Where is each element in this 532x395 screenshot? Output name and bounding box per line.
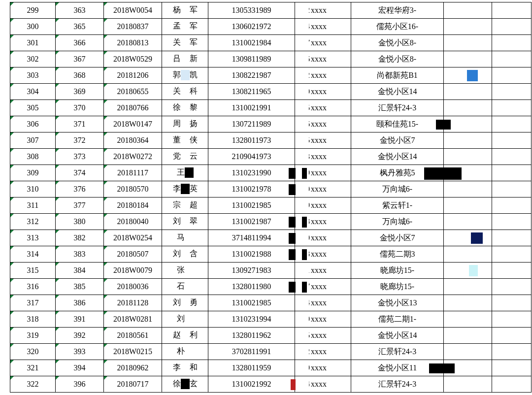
num-value: 376 (74, 185, 86, 193)
id-prefix: 1307211989 (232, 120, 271, 128)
suffix-cover (299, 70, 309, 82)
num-value: 367 (74, 55, 86, 63)
cell-name: 徐黎 (162, 100, 208, 116)
id-prefix: 1310021984 (232, 38, 271, 47)
cell-suffix: 8xxxx (295, 246, 351, 263)
cell-code: 20180766 (104, 100, 162, 116)
name-last: 英 (190, 184, 198, 193)
suffix-redact (302, 168, 307, 179)
cell-seq: 311 (10, 198, 56, 214)
cell-address: 金悦小区14 (351, 149, 444, 165)
num-value: 371 (74, 120, 86, 128)
seq-value: 319 (27, 331, 39, 339)
cell-address: 金悦小区7 (351, 230, 444, 246)
num-value: 377 (74, 201, 86, 209)
num-value: 363 (74, 6, 86, 14)
code-value: 20180561 (117, 331, 149, 339)
seq-value: 305 (27, 103, 39, 112)
name-first: 党 (173, 152, 181, 160)
name-first: 董 (173, 135, 181, 144)
cell-name: 张 (162, 263, 208, 279)
num-value: 366 (74, 38, 86, 47)
suffix-xxxx: xxxx (311, 282, 327, 291)
suffix-xxxx: xxxx (311, 185, 327, 193)
cell-code: 20180507 (104, 246, 162, 263)
cell-name: 李英 (162, 181, 208, 198)
id-prefix: 1310021992 (232, 380, 271, 388)
cell-id: 1310231994 (208, 311, 295, 328)
cell-empty (492, 263, 532, 279)
address-value: 金悦小区7 (380, 233, 415, 242)
cell-name: 党云 (162, 149, 208, 165)
seq-value: 304 (27, 87, 39, 96)
cell-num: 384 (56, 263, 104, 279)
cell-num: 373 (56, 149, 104, 165)
cell-mark (444, 2, 492, 19)
cell-address: 万向城6- (351, 214, 444, 230)
name-first: 吕 (173, 54, 181, 63)
cell-seq: 300 (10, 19, 56, 35)
suffix-xxxx: xxxx (311, 103, 327, 112)
cell-mark (444, 376, 492, 393)
table-row: 30937420181117王13102319909xxxx枫丹雅苑5 (10, 165, 532, 181)
cell-address: 金悦小区7 (351, 132, 444, 149)
cell-address: 汇景轩24-3 (351, 376, 444, 393)
cell-name: 徐玄 (162, 376, 208, 393)
cell-suffix: 7xxxx (295, 35, 351, 51)
id-cover (287, 119, 295, 131)
suffix-xxxx: xxxx (311, 266, 327, 274)
name-last: 扬 (190, 119, 198, 128)
cell-address: 儒苑小区16- (351, 19, 444, 35)
id-prefix: 1309811989 (232, 55, 271, 63)
cell-num: 382 (56, 230, 104, 246)
code-value: 20180507 (117, 250, 149, 258)
address-value: 金悦小区14 (378, 87, 417, 96)
code-value: 2018W0529 (113, 55, 152, 63)
table-row: 32139420180962李和13280119599xxxx金悦小区11 (10, 360, 532, 376)
cell-address: 汇景轩24-3 (351, 344, 444, 360)
cell-name: 王 (162, 165, 208, 181)
cell-address: 金悦小区14 (351, 328, 444, 344)
code-value: 2018W0272 (113, 152, 152, 161)
cell-empty (492, 328, 532, 344)
cell-id: 3714811994 (208, 230, 295, 246)
table-row: 31738620181128刘勇13100219854xxxx金悦小区13 (10, 295, 532, 311)
cell-mark (444, 246, 492, 263)
name-first: 王 (177, 168, 185, 176)
cell-address: 颐和佳苑15- (351, 116, 444, 132)
cell-seq: 302 (10, 51, 56, 67)
seq-value: 314 (27, 250, 39, 258)
cell-seq: 313 (10, 230, 56, 246)
cell-mark (444, 263, 492, 279)
seq-value: 306 (27, 120, 39, 128)
address-value: 金悦小区8- (378, 38, 416, 47)
id-cover (287, 86, 295, 98)
cell-seq: 310 (10, 181, 56, 198)
cell-num: 367 (56, 51, 104, 67)
cell-id: 1310021992 (208, 376, 295, 393)
name-cover (181, 119, 190, 129)
table-row: 30436920180655关科13082119650xxxx金悦小区14 (10, 84, 532, 100)
name-cover (181, 21, 190, 32)
name-first: 刘 (173, 249, 181, 258)
name-first: 徐 (173, 379, 181, 388)
cell-num: 380 (56, 214, 104, 230)
num-value: 374 (74, 168, 86, 177)
suffix-cover (299, 265, 309, 277)
id-prefix: 3702811991 (232, 347, 271, 356)
name-cover (185, 281, 194, 292)
cell-address: 紫云轩1- (351, 198, 444, 214)
seq-value: 311 (27, 201, 38, 209)
name-last: 军 (190, 22, 198, 30)
address-value: 颐和佳苑15- (376, 120, 418, 128)
suffix-cover (299, 135, 309, 147)
cell-mark (444, 165, 492, 181)
cell-num: 374 (56, 165, 104, 181)
suffix-xxxx: xxxx (311, 298, 327, 307)
id-prefix: 1328011980 (232, 282, 271, 291)
cell-name: 刘 (162, 311, 208, 328)
cell-code: 20180655 (104, 84, 162, 100)
cell-mark (444, 19, 492, 35)
cell-num: 376 (56, 181, 104, 198)
id-cover (287, 346, 295, 358)
